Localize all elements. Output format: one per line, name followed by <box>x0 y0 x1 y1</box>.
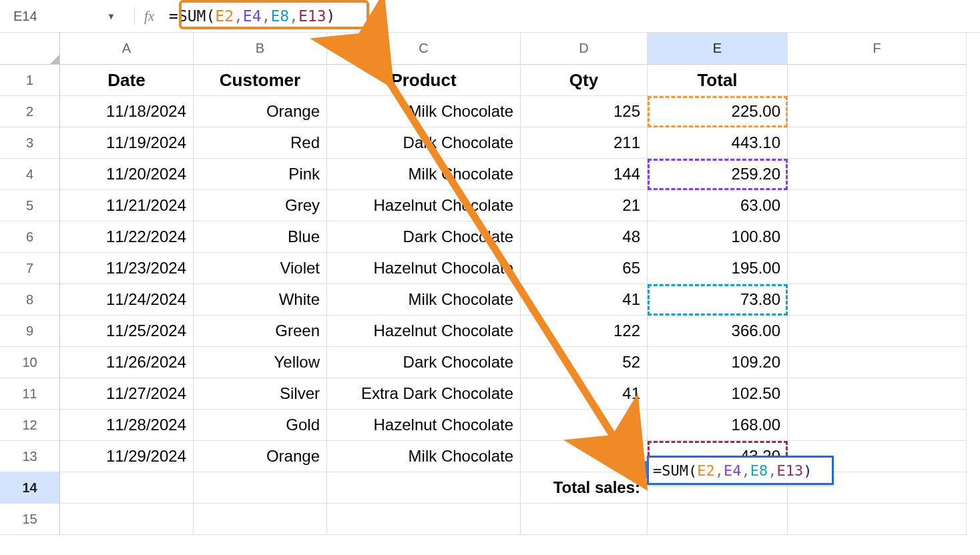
cell[interactable] <box>194 504 327 535</box>
cell[interactable] <box>648 504 788 535</box>
cell[interactable] <box>788 190 967 221</box>
cell-product[interactable]: Milk Chocolate <box>327 159 521 190</box>
cell-customer[interactable]: Blue <box>194 221 327 253</box>
cell-date[interactable]: 11/23/2024 <box>60 253 194 284</box>
header-product[interactable]: Product <box>327 65 521 96</box>
cell-qty[interactable]: 41 <box>521 284 648 316</box>
col-header-e[interactable]: E <box>648 33 788 65</box>
cell-customer[interactable]: Green <box>194 316 327 347</box>
cell[interactable] <box>521 504 648 535</box>
cell-customer[interactable]: Grey <box>194 190 327 221</box>
spreadsheet-grid[interactable]: A B C D E F 1 Date Customer Product Qty … <box>0 33 980 535</box>
row-header[interactable]: 12 <box>0 410 60 441</box>
cell[interactable] <box>788 504 967 535</box>
cell[interactable] <box>327 504 521 535</box>
cell[interactable] <box>788 159 967 190</box>
cell-product[interactable]: Dark Chocolate <box>327 221 521 253</box>
row-header[interactable]: 14 <box>0 472 60 504</box>
cell[interactable] <box>788 253 967 284</box>
col-header-b[interactable]: B <box>194 33 327 65</box>
cell-editor-content[interactable]: =SUM(E2,E4,E8,E13) <box>648 462 817 479</box>
cell-qty[interactable]: 52 <box>521 347 648 378</box>
cell-date[interactable]: 11/21/2024 <box>60 190 194 221</box>
cell-product[interactable]: Milk Chocolate <box>327 441 521 472</box>
header-qty[interactable]: Qty <box>521 65 648 96</box>
cell-product[interactable]: Hazelnut Chocolate <box>327 190 521 221</box>
cell-qty[interactable]: 125 <box>521 96 648 127</box>
cell-total[interactable]: 259.20 <box>648 159 788 190</box>
name-box-dropdown-icon[interactable]: ▼ <box>67 11 128 21</box>
cell[interactable] <box>194 472 327 504</box>
cell[interactable] <box>788 127 967 159</box>
total-sales-label[interactable]: Total sales: <box>521 472 648 504</box>
cell[interactable] <box>788 284 967 316</box>
cell-total[interactable]: 73.80 <box>648 284 788 316</box>
row-header[interactable]: 4 <box>0 159 60 190</box>
col-header-c[interactable]: C <box>327 33 521 65</box>
cell-total[interactable]: 225.00 <box>648 96 788 127</box>
cell-date[interactable]: 11/29/2024 <box>60 441 194 472</box>
col-header-f[interactable]: F <box>788 33 967 65</box>
row-header[interactable]: 6 <box>0 221 60 253</box>
cell[interactable] <box>788 410 967 441</box>
select-all-corner[interactable] <box>0 33 60 65</box>
cell-date[interactable]: 11/27/2024 <box>60 378 194 410</box>
row-header[interactable]: 8 <box>0 284 60 316</box>
cell[interactable] <box>788 65 967 96</box>
cell-product[interactable]: Hazelnut Chocolate <box>327 253 521 284</box>
cell-qty[interactable]: 48 <box>521 221 648 253</box>
col-header-a[interactable]: A <box>60 33 194 65</box>
cell-date[interactable]: 11/28/2024 <box>60 410 194 441</box>
cell[interactable] <box>788 221 967 253</box>
cell-total[interactable]: 168.00 <box>648 410 788 441</box>
cell-customer[interactable]: Orange <box>194 441 327 472</box>
cell-date[interactable]: 11/22/2024 <box>60 221 194 253</box>
cell-customer[interactable]: Gold <box>194 410 327 441</box>
cell-customer[interactable]: Orange <box>194 96 327 127</box>
cell-product[interactable]: Milk Chocolate <box>327 284 521 316</box>
row-header[interactable]: 13 <box>0 441 60 472</box>
cell-qty[interactable]: 41 <box>521 378 648 410</box>
cell[interactable] <box>60 472 194 504</box>
cell-total[interactable]: 366.00 <box>648 316 788 347</box>
cell-product[interactable]: Hazelnut Chocolate <box>327 410 521 441</box>
row-header[interactable]: 2 <box>0 96 60 127</box>
cell-qty[interactable]: 211 <box>521 127 648 159</box>
cell-qty[interactable]: 24 <box>521 441 648 472</box>
cell[interactable] <box>788 316 967 347</box>
cell-product[interactable]: Dark Chocolate <box>327 127 521 159</box>
header-date[interactable]: Date <box>60 65 194 96</box>
cell-total[interactable]: 100.80 <box>648 221 788 253</box>
name-box[interactable]: E14 <box>7 6 67 27</box>
cell-date[interactable]: 11/19/2024 <box>60 127 194 159</box>
cell-date[interactable]: 11/25/2024 <box>60 316 194 347</box>
row-header[interactable]: 3 <box>0 127 60 159</box>
cell-product[interactable]: Milk Chocolate <box>327 96 521 127</box>
row-header[interactable]: 15 <box>0 504 60 535</box>
cell[interactable] <box>788 347 967 378</box>
cell-customer[interactable]: White <box>194 284 327 316</box>
formula-hint-icon[interactable]: ? <box>632 461 648 478</box>
cell-total[interactable]: 63.00 <box>648 190 788 221</box>
cell-qty[interactable]: 56 <box>521 410 648 441</box>
fx-icon[interactable]: fx <box>144 8 154 25</box>
header-total[interactable]: Total <box>648 65 788 96</box>
cell-customer[interactable]: Violet <box>194 253 327 284</box>
cell-product[interactable]: Extra Dark Chocolate <box>327 378 521 410</box>
cell-total[interactable]: 109.20 <box>648 347 788 378</box>
row-header[interactable]: 9 <box>0 316 60 347</box>
cell-total[interactable]: 102.50 <box>648 378 788 410</box>
cell-editor-e14[interactable]: ? =SUM(E2,E4,E8,E13) <box>647 456 834 485</box>
cell-customer[interactable]: Yellow <box>194 347 327 378</box>
cell-qty[interactable]: 65 <box>521 253 648 284</box>
cell-total[interactable]: 443.10 <box>648 127 788 159</box>
cell-date[interactable]: 11/20/2024 <box>60 159 194 190</box>
cell[interactable] <box>327 472 521 504</box>
header-customer[interactable]: Customer <box>194 65 327 96</box>
cell-product[interactable]: Dark Chocolate <box>327 347 521 378</box>
row-header[interactable]: 10 <box>0 347 60 378</box>
cell-date[interactable]: 11/18/2024 <box>60 96 194 127</box>
cell-total[interactable]: 195.00 <box>648 253 788 284</box>
cell[interactable] <box>788 378 967 410</box>
cell-qty[interactable]: 122 <box>521 316 648 347</box>
